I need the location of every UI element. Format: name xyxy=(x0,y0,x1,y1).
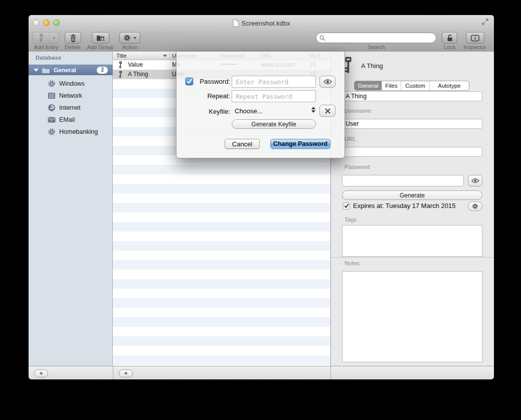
lock-open-icon xyxy=(446,34,453,42)
app-window: Screenshot.kdbx Add Entry Delete Add Gro… xyxy=(29,15,494,379)
url-field[interactable] xyxy=(342,147,482,157)
sidebar-section-header: Database xyxy=(36,55,61,61)
sidebar-group-general[interactable]: General 2 xyxy=(29,65,113,75)
keyfile-popup[interactable]: Choose... xyxy=(235,107,263,115)
search-icon xyxy=(319,35,325,41)
checkmark-icon xyxy=(187,79,192,84)
add-group-plus-button[interactable]: + xyxy=(34,369,48,377)
action-label: Action xyxy=(100,44,160,50)
window-title-area: Screenshot.kdbx xyxy=(29,15,494,31)
sidebar-item-network[interactable]: Network xyxy=(29,90,113,102)
expires-label: Expires at: Tuesday 17 March 2015 xyxy=(353,202,456,209)
password-field[interactable] xyxy=(342,175,464,186)
add-entry-plus-button[interactable]: + xyxy=(119,369,133,377)
sidebar-item-homebanking[interactable]: Homebanking xyxy=(29,126,113,138)
tab-autotype[interactable]: Autotype xyxy=(430,81,469,90)
sidebar-item-label: EMail xyxy=(59,116,75,123)
envelope-icon xyxy=(48,117,56,123)
url-label: URL xyxy=(344,136,356,142)
entry-title-field[interactable] xyxy=(342,91,482,101)
tags-textarea[interactable] xyxy=(342,225,482,257)
globe-icon xyxy=(48,104,56,112)
gear-icon xyxy=(48,128,56,136)
folder-add-icon xyxy=(96,34,105,42)
sidebar-item-label: Homebanking xyxy=(59,128,98,135)
info-icon xyxy=(471,35,479,42)
sidebar: Database General 2 Windows Network Inter… xyxy=(29,52,113,366)
key-icon xyxy=(39,34,44,42)
username-field[interactable] xyxy=(342,119,482,129)
username-label: Username xyxy=(344,108,371,114)
use-password-checkbox[interactable] xyxy=(186,78,193,85)
gear-icon xyxy=(48,80,56,88)
screenshot-background: { "window": { "title": "Screenshot.kdbx"… xyxy=(0,0,521,420)
inspector-label: Inspector xyxy=(445,44,494,50)
expires-settings-button[interactable] xyxy=(468,201,482,211)
inspector-tabs: General Files Custom Autotype xyxy=(354,81,469,91)
lock-button[interactable] xyxy=(442,32,457,44)
trash-icon xyxy=(70,34,77,42)
notes-textarea[interactable] xyxy=(342,271,482,362)
change-password-dialog: Password: Repeat: Keyfile: Choose... Gen… xyxy=(176,52,345,158)
clear-keyfile-button[interactable] xyxy=(319,105,335,117)
tab-general[interactable]: General xyxy=(355,81,382,90)
inspector-entry-title: A Thing xyxy=(361,62,383,70)
add-entry-button[interactable] xyxy=(33,32,59,44)
action-button[interactable] xyxy=(119,32,140,44)
add-group-button[interactable] xyxy=(92,32,109,44)
show-password-button[interactable] xyxy=(319,76,335,88)
generate-keyfile-button[interactable]: Generate Keyfile xyxy=(232,119,316,129)
delete-button[interactable] xyxy=(65,32,81,44)
inspector-button[interactable] xyxy=(466,32,484,44)
sidebar-item-internet[interactable]: Internet xyxy=(29,102,113,114)
checkmark-icon xyxy=(344,203,349,208)
sort-indicator-icon xyxy=(163,55,167,57)
title-bar[interactable]: Screenshot.kdbx xyxy=(29,15,494,31)
stepper-icon[interactable] xyxy=(311,107,315,113)
section-divider xyxy=(331,257,494,258)
pane-divider xyxy=(113,366,113,379)
sidebar-group-label: General xyxy=(54,67,76,74)
chevron-down-icon xyxy=(53,37,56,39)
fullscreen-icon[interactable] xyxy=(482,19,488,25)
tags-label: Tags xyxy=(344,217,357,223)
show-password-button[interactable] xyxy=(468,175,482,186)
sidebar-item-email[interactable]: EMail xyxy=(29,114,113,126)
tab-files[interactable]: Files xyxy=(382,81,401,90)
keyfile-label: Keyfile: xyxy=(195,108,230,115)
cell-title: A Thing xyxy=(128,71,148,78)
toolbar: Add Entry Delete Add Group Action Search… xyxy=(29,31,494,52)
repeat-label: Repeat: xyxy=(195,92,230,100)
password-label: Password: xyxy=(195,78,230,85)
cancel-button[interactable]: Cancel xyxy=(225,139,260,149)
column-header-title[interactable]: Title xyxy=(116,53,126,59)
sidebar-item-windows[interactable]: Windows xyxy=(29,78,113,90)
gear-icon xyxy=(123,34,131,42)
generate-password-button[interactable]: Generate xyxy=(342,190,482,200)
sidebar-item-label: Internet xyxy=(59,104,80,111)
repeat-password-input[interactable] xyxy=(232,90,316,102)
document-icon xyxy=(233,19,239,27)
inspector-panel: A Thing General Files Custom Autotype Us… xyxy=(330,52,494,366)
disclosure-triangle-icon[interactable] xyxy=(34,69,39,72)
key-icon xyxy=(118,61,123,69)
close-icon xyxy=(325,108,330,114)
folder-icon xyxy=(42,67,50,74)
gear-icon xyxy=(472,203,478,209)
column-divider xyxy=(169,52,170,59)
entry-count-badge: 2 xyxy=(97,67,108,74)
cell-title: Value xyxy=(128,61,143,68)
chevron-down-icon xyxy=(133,37,136,39)
sidebar-item-label: Windows xyxy=(59,80,85,87)
bottom-bar: + + xyxy=(29,366,494,379)
network-icon xyxy=(48,92,56,100)
change-password-button[interactable]: Change Password xyxy=(270,139,330,149)
tab-custom[interactable]: Custom xyxy=(401,81,430,90)
eye-icon xyxy=(471,178,479,183)
enter-password-input[interactable] xyxy=(232,76,316,88)
password-label: Password xyxy=(344,164,370,170)
search-field[interactable] xyxy=(316,33,436,43)
expires-checkbox[interactable] xyxy=(343,202,350,209)
search-input[interactable] xyxy=(327,34,433,42)
pane-divider xyxy=(330,366,331,379)
